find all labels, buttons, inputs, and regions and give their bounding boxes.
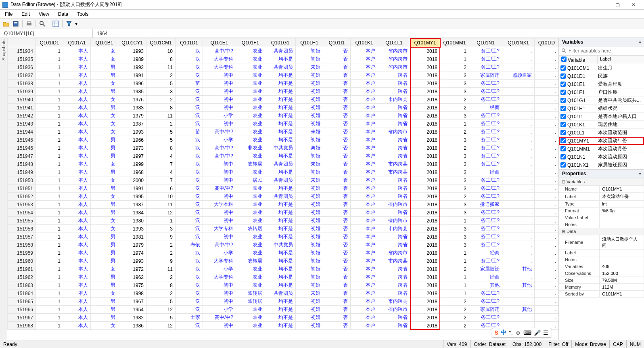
cell[interactable]: .	[502, 104, 535, 112]
cell-reference[interactable]: Q101MY1[16]	[0, 29, 93, 38]
cell[interactable]: 初婚	[296, 225, 323, 233]
cell[interactable]: 跨省	[378, 209, 410, 217]
column-header[interactable]: Q101B1	[91, 38, 118, 47]
cell[interactable]: 本户	[351, 168, 378, 176]
cell[interactable]: 初婚	[296, 201, 323, 209]
ime-voice-icon[interactable]: 🎤	[534, 329, 541, 336]
cell[interactable]: 初中	[203, 233, 236, 241]
cell[interactable]: 1	[36, 63, 63, 71]
cell[interactable]: 高中/中?	[203, 184, 236, 193]
cell[interactable]: 本户	[351, 225, 378, 233]
cell[interactable]: 市内跨县	[378, 96, 410, 104]
cell[interactable]: 小学	[203, 112, 236, 120]
cell[interactable]: 3	[440, 71, 469, 80]
cell[interactable]: 1	[440, 257, 469, 265]
cell[interactable]: 初婚	[296, 217, 323, 225]
cell[interactable]: 务工/工?	[469, 136, 502, 144]
cell[interactable]: 男	[91, 249, 118, 257]
cell[interactable]: 汉	[176, 176, 203, 184]
cell[interactable]: 5	[146, 128, 176, 136]
cell[interactable]: 1	[440, 217, 469, 225]
cell[interactable]: 9	[146, 233, 176, 241]
cell[interactable]: .	[535, 265, 559, 273]
cell[interactable]: .	[535, 96, 559, 104]
property-row[interactable]: Notes	[559, 256, 644, 263]
cell[interactable]: 汉	[176, 273, 203, 281]
variable-row[interactable]: Q101K1现居住地	[559, 121, 644, 129]
column-header[interactable]: Q101E1	[203, 38, 236, 47]
cell[interactable]: 本户	[351, 209, 378, 217]
cell[interactable]: 男	[91, 201, 118, 209]
cell[interactable]: .	[535, 168, 559, 176]
property-row[interactable]: Memory112M	[559, 284, 644, 291]
cell[interactable]: 女	[91, 289, 118, 298]
cell[interactable]: 农业	[236, 168, 265, 176]
cell[interactable]: 1998	[118, 289, 146, 298]
cell[interactable]: 否	[323, 112, 351, 120]
table-row[interactable]: 1519451本人男19665汉小学农业均不是初婚否本户跨省20183务工/工?…	[8, 136, 559, 144]
cell[interactable]: 农业	[236, 152, 265, 160]
cell[interactable]: 1	[36, 80, 63, 88]
cell[interactable]: 2018	[410, 160, 440, 168]
cell[interactable]: 农业	[236, 265, 265, 273]
variable-row[interactable]: Q101I1是否本地户籍人口	[559, 113, 644, 121]
table-row[interactable]: 1519521本人女199510汉初中农业共青团员初婚否本户跨省20182务工/…	[8, 193, 559, 201]
cell[interactable]: 1	[36, 160, 63, 168]
cell[interactable]: 本人	[63, 249, 91, 257]
cell[interactable]: 小学	[203, 249, 236, 257]
cell[interactable]: 务工/工?	[469, 257, 502, 265]
cell[interactable]: 2	[440, 314, 469, 322]
cell[interactable]: 本人	[63, 176, 91, 184]
column-header[interactable]: Q101F1	[236, 38, 265, 47]
cell[interactable]: 跨省	[378, 273, 410, 281]
dropdown-icon[interactable]: ▾	[74, 19, 78, 28]
cell[interactable]: 汉	[176, 136, 203, 144]
cell[interactable]: 跨省	[378, 193, 410, 201]
cell[interactable]: 2018	[410, 241, 440, 249]
table-row[interactable]: 1519561本人女19933汉大学专科农转居均不是初婚否本户市内跨县20183…	[8, 225, 559, 233]
cell[interactable]: 汉	[176, 289, 203, 298]
cell[interactable]: 跨省	[378, 88, 410, 96]
cell[interactable]: 初中	[203, 217, 236, 225]
cell[interactable]: 5	[146, 298, 176, 306]
cell[interactable]: 均不是	[265, 209, 296, 217]
cell[interactable]: .	[502, 217, 535, 225]
cell[interactable]: 本户	[351, 201, 378, 209]
cell[interactable]: 本户	[351, 88, 378, 96]
row-number[interactable]: 151953	[8, 201, 36, 209]
cell[interactable]: 市内跨县	[378, 160, 410, 168]
cell[interactable]: 农业	[236, 88, 265, 96]
cell[interactable]: 10	[146, 193, 176, 201]
cell[interactable]: 1	[36, 152, 63, 160]
cell[interactable]: 否	[323, 80, 351, 88]
cell[interactable]: 1	[36, 96, 63, 104]
cell[interactable]: 本人	[63, 217, 91, 225]
cell[interactable]: 本户	[351, 128, 378, 136]
row-number[interactable]: 151960	[8, 257, 36, 265]
ime-toolbar[interactable]: S 中 °, ☺ ⌨ 🎤 ☰	[492, 328, 551, 338]
cell[interactable]: 2018	[410, 314, 440, 322]
cell[interactable]: 男	[91, 63, 118, 71]
row-number[interactable]: 151944	[8, 128, 36, 136]
cell[interactable]: 其他	[502, 265, 535, 273]
cell[interactable]: 初婚	[296, 80, 323, 88]
cell[interactable]: 1991	[118, 184, 146, 193]
cell[interactable]: 2	[440, 298, 469, 306]
variable-checkbox[interactable]	[560, 162, 566, 168]
cell[interactable]: 农业	[236, 201, 265, 209]
cell[interactable]: 本户	[351, 265, 378, 273]
cell[interactable]: 男	[91, 152, 118, 160]
cell[interactable]: .	[502, 209, 535, 217]
cell[interactable]: 农转居	[236, 225, 265, 233]
column-header[interactable]: Q101L1	[378, 38, 410, 47]
cell[interactable]: 1973	[118, 144, 146, 152]
cell[interactable]: 5	[146, 314, 176, 322]
cell[interactable]: 1983	[118, 104, 146, 112]
pin-icon[interactable]: ▪	[639, 171, 641, 176]
cell[interactable]: .	[535, 104, 559, 112]
cell[interactable]: 2018	[410, 257, 440, 265]
cell[interactable]: 农业	[236, 193, 265, 201]
cell[interactable]: .	[535, 241, 559, 249]
cell[interactable]: 1975	[118, 281, 146, 289]
cell[interactable]: 大学专科	[203, 225, 236, 233]
